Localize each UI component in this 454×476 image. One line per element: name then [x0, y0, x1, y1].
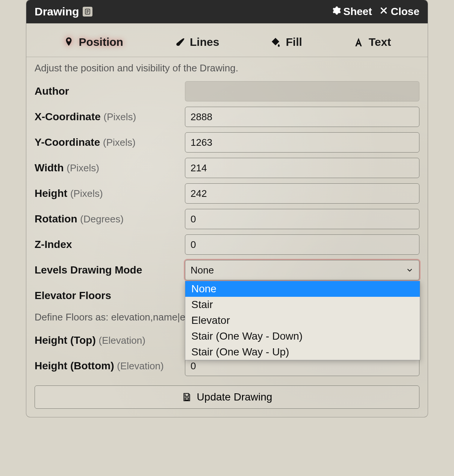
x-label: X-Coordinate [35, 111, 101, 122]
levels-mode-option[interactable]: None [185, 281, 420, 297]
height-units: (Pixels) [70, 188, 103, 199]
y-input[interactable] [185, 132, 419, 153]
id-document-icon[interactable] [83, 7, 92, 17]
sheet-label: Sheet [344, 6, 372, 18]
tab-position-label: Position [79, 36, 123, 48]
close-button[interactable]: Close [379, 6, 419, 18]
tab-fill[interactable]: Fill [266, 34, 306, 50]
chevron-down-icon [406, 266, 414, 274]
author-field [185, 81, 419, 101]
form-body: Adjust the position and visibility of th… [26, 57, 428, 417]
titlebar: Drawing Sheet Close [26, 0, 428, 23]
rotation-label: Rotation [35, 213, 77, 225]
save-icon [182, 392, 192, 402]
close-icon [379, 6, 389, 18]
height-top-units: (Elevation) [99, 335, 145, 346]
height-bottom-units: (Elevation) [117, 360, 163, 372]
pin-icon [63, 36, 74, 48]
text-icon [353, 36, 364, 48]
elevator-floors-label: Elevator Floors [35, 290, 111, 301]
sheet-button[interactable]: Sheet [331, 6, 372, 18]
tab-lines[interactable]: Lines [170, 34, 223, 50]
brush-icon [174, 36, 185, 48]
close-label: Close [391, 6, 419, 18]
zindex-input[interactable] [185, 234, 419, 255]
fill-icon [270, 36, 281, 48]
update-drawing-button[interactable]: Update Drawing [35, 385, 419, 409]
x-input[interactable] [185, 107, 419, 127]
levels-mode-label: Levels Drawing Mode [35, 264, 142, 276]
width-units: (Pixels) [67, 162, 99, 174]
height-bottom-label: Height (Bottom) [35, 360, 114, 372]
tab-lines-label: Lines [190, 36, 219, 48]
rotation-units: (Degrees) [80, 213, 124, 225]
x-units: (Pixels) [104, 111, 136, 122]
tab-text-label: Text [369, 36, 391, 48]
update-drawing-label: Update Drawing [197, 391, 272, 403]
width-label: Width [35, 162, 64, 174]
tab-bar: Position Lines Fill Text [26, 23, 428, 57]
author-label: Author [35, 85, 69, 97]
tab-position[interactable]: Position [59, 34, 127, 50]
drawing-config-window: Drawing Sheet Close Position [26, 0, 428, 417]
section-hint: Adjust the position and visibility of th… [35, 62, 419, 74]
gear-icon [331, 6, 341, 18]
window-title: Drawing [35, 5, 79, 18]
levels-mode-dropdown: NoneStairElevatorStair (One Way - Down)S… [185, 281, 420, 360]
levels-mode-option[interactable]: Stair (One Way - Up) [185, 344, 420, 360]
levels-mode-select[interactable]: None [185, 260, 419, 280]
tab-fill-label: Fill [286, 36, 302, 48]
levels-mode-option[interactable]: Stair (One Way - Down) [185, 328, 420, 344]
tab-text[interactable]: Text [349, 34, 395, 50]
rotation-input[interactable] [185, 209, 419, 229]
levels-mode-option[interactable]: Stair [185, 297, 420, 313]
y-label: Y-Coordinate [35, 136, 100, 148]
levels-mode-selected: None [191, 264, 214, 276]
levels-mode-option[interactable]: Elevator [185, 313, 420, 328]
y-units: (Pixels) [103, 137, 136, 148]
zindex-label: Z-Index [35, 239, 72, 250]
height-label: Height [35, 187, 67, 199]
height-top-label: Height (Top) [35, 334, 96, 346]
width-input[interactable] [185, 158, 419, 178]
height-input[interactable] [185, 183, 419, 204]
